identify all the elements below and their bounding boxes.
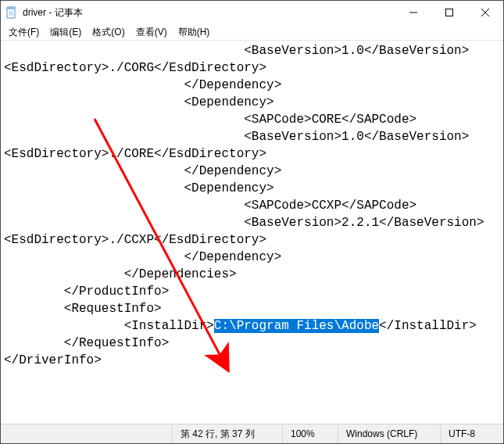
window-title: driver - 记事本	[23, 6, 83, 20]
menu-view[interactable]: 查看(V)	[131, 25, 172, 40]
text-line: </RequestInfo>	[4, 335, 484, 352]
menu-help[interactable]: 帮助(H)	[173, 25, 215, 40]
svg-line-7	[481, 9, 489, 16]
text-line: </Dependency>	[4, 163, 484, 180]
text-line: <BaseVersion>2.2.1</BaseVersion>	[4, 214, 484, 231]
text-line: <RequestInfo>	[4, 300, 484, 317]
svg-rect-1	[7, 7, 15, 9]
notepad-window: driver - 记事本 文件(F) 编辑(E) 格式(O) 查看(V) 帮助(…	[0, 0, 504, 444]
title-bar-left: driver - 记事本	[1, 6, 83, 20]
svg-rect-6	[446, 9, 453, 16]
svg-line-8	[481, 9, 489, 16]
text-line: </Dependencies>	[4, 266, 484, 283]
maximize-button[interactable]	[431, 1, 467, 24]
text-line: <InstallDir>C:\Program Files\Adobe</Inst…	[4, 317, 484, 335]
text-line: </DriverInfo>	[4, 352, 484, 369]
menu-bar: 文件(F) 编辑(E) 格式(O) 查看(V) 帮助(H)	[1, 24, 503, 40]
status-encoding: UTF-8	[440, 424, 503, 443]
text-line: <EsdDirectory>./CCXP</EsdDirectory>	[4, 231, 484, 249]
menu-format[interactable]: 格式(O)	[88, 25, 129, 40]
text-line: </Dependency>	[4, 77, 484, 94]
close-button[interactable]	[467, 1, 503, 24]
text-line: <BaseVersion>1.0</BaseVersion>	[4, 42, 484, 59]
selected-text: C:\Program Files\Adobe	[214, 319, 379, 333]
text-line: <SAPCode>CCXP</SAPCode>	[4, 197, 484, 214]
text-line: </Dependency>	[4, 249, 484, 266]
text-line: </ProductInfo>	[4, 283, 484, 300]
status-zoom: 100%	[282, 424, 338, 443]
minimize-button[interactable]	[395, 1, 431, 24]
editor-area[interactable]: <BaseVersion>1.0</BaseVersion><EsdDirect…	[1, 40, 503, 424]
status-bar: 第 42 行, 第 37 列 100% Windows (CRLF) UTF-8	[1, 424, 503, 443]
menu-edit[interactable]: 编辑(E)	[45, 25, 86, 40]
notepad-icon	[5, 6, 18, 19]
line-fragment: </InstallDir>	[379, 319, 477, 333]
text-line: <EsdDirectory>./CORE</EsdDirectory>	[4, 145, 484, 163]
status-cursor: 第 42 行, 第 37 列	[172, 424, 282, 443]
line-fragment: <InstallDir>	[4, 319, 214, 333]
status-eol: Windows (CRLF)	[338, 424, 440, 443]
text-line: <SAPCode>CORE</SAPCode>	[4, 111, 484, 128]
text-line: <Dependency>	[4, 180, 484, 197]
text-line: <BaseVersion>1.0</BaseVersion>	[4, 128, 484, 145]
title-bar: driver - 记事本	[1, 1, 503, 24]
text-line: <EsdDirectory>./CORG</EsdDirectory>	[4, 59, 484, 77]
editor-text[interactable]: <BaseVersion>1.0</BaseVersion><EsdDirect…	[4, 42, 484, 369]
menu-file[interactable]: 文件(F)	[4, 25, 44, 40]
window-controls	[395, 1, 503, 24]
status-spacer	[1, 424, 172, 443]
text-line: <Dependency>	[4, 94, 484, 111]
